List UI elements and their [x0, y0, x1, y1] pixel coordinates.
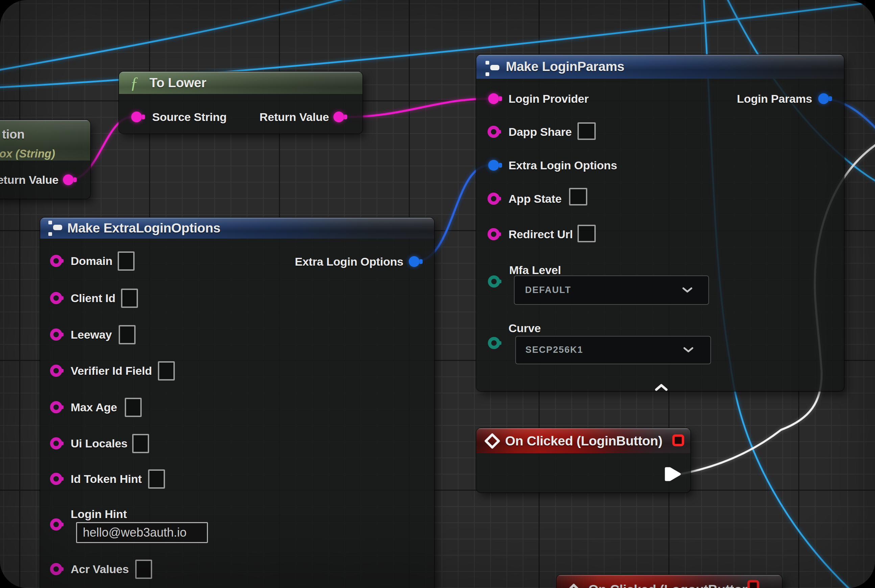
svg-text:ƒ: ƒ — [130, 74, 138, 92]
